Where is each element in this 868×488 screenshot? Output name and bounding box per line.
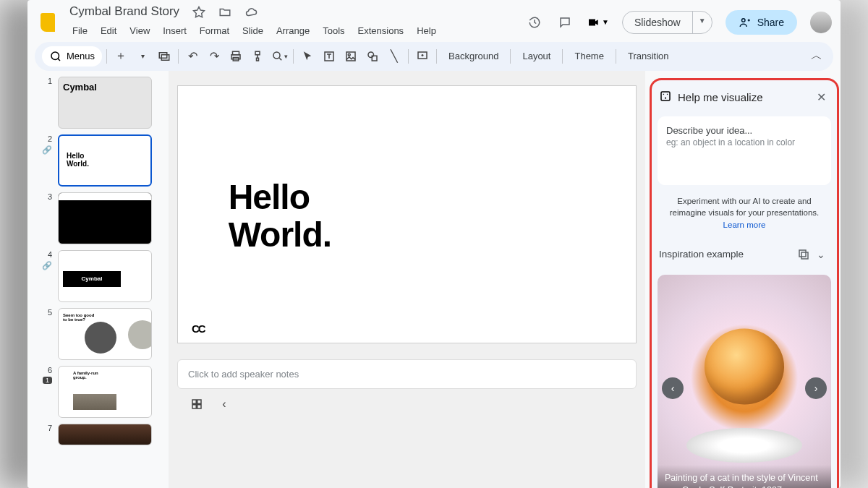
comment-count-badge: 1 (43, 377, 52, 384)
chevron-down-icon[interactable]: ⌄ (812, 246, 830, 263)
title-bar: Cymbal Brand Story File Edit View Insert… (27, 0, 841, 42)
slide-logo-mark: CC (192, 322, 205, 335)
slide-text[interactable]: Hello World. (229, 179, 331, 255)
panel-title: Help me visualize (678, 91, 807, 103)
slideshow-dropdown[interactable]: ▼ (692, 12, 712, 33)
svg-rect-19 (801, 252, 808, 259)
thumbnail-rail[interactable]: 1 Cymbal 2🔗 Hello World. 3 4🔗 Cymbal 5 S… (27, 71, 169, 488)
side-panel: Help me visualize ✕ Describe your idea..… (645, 71, 841, 488)
slide-thumbnail[interactable] (58, 424, 152, 445)
carousel-next-button[interactable]: › (805, 377, 827, 399)
learn-more-link[interactable]: Learn more (723, 221, 766, 229)
thumb-number: 1 (48, 77, 52, 85)
print-button[interactable] (226, 47, 245, 66)
slide-thumbnail[interactable]: Seem too good to be true? (58, 308, 152, 360)
menu-tools[interactable]: Tools (317, 22, 350, 39)
share-button[interactable]: Share (726, 10, 797, 35)
svg-rect-16 (192, 405, 196, 408)
inspiration-title: Inspiration example (659, 249, 795, 260)
new-with-layout-button[interactable] (155, 47, 174, 66)
help-me-visualize-panel: Help me visualize ✕ Describe your idea..… (650, 78, 839, 488)
visualize-icon (659, 90, 672, 106)
slides-logo[interactable] (36, 11, 59, 34)
svg-rect-17 (197, 405, 201, 408)
menu-slide[interactable]: Slide (237, 22, 269, 39)
svg-rect-14 (192, 400, 196, 403)
link-icon: 🔗 (42, 145, 52, 155)
select-tool[interactable] (298, 47, 317, 66)
collapse-toolbar-button[interactable]: ︿ (807, 47, 826, 66)
speaker-notes[interactable]: Click to add speaker notes (177, 359, 637, 389)
close-icon[interactable]: ✕ (812, 89, 830, 106)
svg-point-11 (368, 52, 374, 58)
thumb-number: 3 (48, 192, 52, 201)
history-icon[interactable] (526, 14, 543, 31)
toolbar: Menus ＋ ▾ ↶ ↷ ▾ ╲ Background Layout Them… (35, 42, 833, 71)
doc-title[interactable]: Cymbal Brand Story (67, 3, 182, 20)
grid-view-button[interactable] (187, 395, 206, 414)
layout-button[interactable]: Layout (515, 47, 558, 65)
paint-format-button[interactable] (248, 47, 267, 66)
inspiration-image[interactable]: ‹ › Painting of a cat in the style of Vi… (658, 275, 831, 488)
prompt-label: Describe your idea... (666, 125, 822, 136)
menu-arrange[interactable]: Arrange (271, 22, 315, 39)
collapse-filmstrip-button[interactable]: ‹ (215, 395, 234, 414)
menu-view[interactable]: View (124, 22, 156, 39)
comment-icon[interactable] (556, 14, 574, 31)
menu-insert[interactable]: Insert (157, 22, 192, 39)
thumb-number: 2 (48, 134, 52, 143)
image-tool[interactable] (341, 47, 360, 66)
share-label: Share (757, 17, 784, 28)
cloud-status-icon[interactable] (242, 4, 260, 21)
menus-search[interactable]: Menus (42, 46, 102, 67)
menu-format[interactable]: Format (194, 22, 235, 39)
svg-point-1 (51, 52, 59, 60)
theme-button[interactable]: Theme (567, 47, 610, 65)
canvas-area: Hello World. CC Click to add speaker not… (169, 71, 645, 488)
line-tool[interactable]: ╲ (385, 47, 404, 66)
carousel-prev-button[interactable]: ‹ (662, 377, 684, 399)
present-camera[interactable]: ▼ (587, 16, 609, 29)
thumb-number: 5 (48, 308, 52, 317)
panel-info: Experiment with our AI to create and rei… (658, 192, 831, 234)
prompt-example: eg: an object in a location in color (666, 137, 822, 147)
main-area: 1 Cymbal 2🔗 Hello World. 3 4🔗 Cymbal 5 S… (27, 71, 841, 488)
svg-point-7 (273, 52, 280, 59)
move-folder-icon[interactable] (216, 4, 234, 21)
prompt-input[interactable]: Describe your idea... eg: an object in a… (658, 116, 831, 185)
account-avatar[interactable] (810, 12, 832, 33)
slide-thumbnail[interactable]: A family-run group. (58, 366, 152, 418)
star-icon[interactable] (190, 4, 208, 21)
menu-edit[interactable]: Edit (95, 22, 122, 39)
slide-canvas[interactable]: Hello World. CC (177, 85, 637, 343)
new-slide-button[interactable]: ＋ (111, 47, 130, 66)
slide-thumbnail[interactable]: Hello World. (58, 134, 152, 187)
shape-tool[interactable] (363, 47, 382, 66)
comment-tool[interactable] (413, 47, 432, 66)
app-window: Cymbal Brand Story File Edit View Insert… (27, 0, 841, 488)
menu-file[interactable]: File (67, 22, 93, 39)
slide-thumbnail[interactable]: Cymbal (58, 250, 152, 302)
textbox-tool[interactable] (320, 47, 339, 66)
undo-button[interactable]: ↶ (183, 47, 202, 66)
svg-rect-9 (346, 52, 355, 61)
copy-icon[interactable] (795, 246, 812, 263)
slide-thumbnail[interactable]: Cymbal (58, 77, 152, 129)
slideshow-group: Slideshow ▼ (622, 11, 712, 34)
svg-rect-15 (197, 400, 201, 403)
new-slide-dropdown[interactable]: ▾ (133, 47, 152, 66)
menu-bar: File Edit View Insert Format Slide Arran… (67, 21, 519, 42)
menu-extensions[interactable]: Extensions (352, 22, 410, 39)
svg-rect-18 (661, 92, 670, 100)
transition-button[interactable]: Transition (621, 47, 676, 65)
background-button[interactable]: Background (441, 47, 506, 65)
zoom-button[interactable]: ▾ (270, 47, 289, 66)
menu-help[interactable]: Help (411, 22, 442, 39)
bottom-bar: ‹ (177, 389, 637, 419)
slide-thumbnail[interactable] (58, 192, 152, 244)
thumb-number: 4 (48, 250, 52, 259)
redo-button[interactable]: ↷ (205, 47, 224, 66)
inspiration-caption: Painting of a cat in the style of Vincen… (658, 465, 831, 488)
slideshow-button[interactable]: Slideshow (623, 12, 692, 33)
thumb-number: 6 (48, 366, 52, 374)
